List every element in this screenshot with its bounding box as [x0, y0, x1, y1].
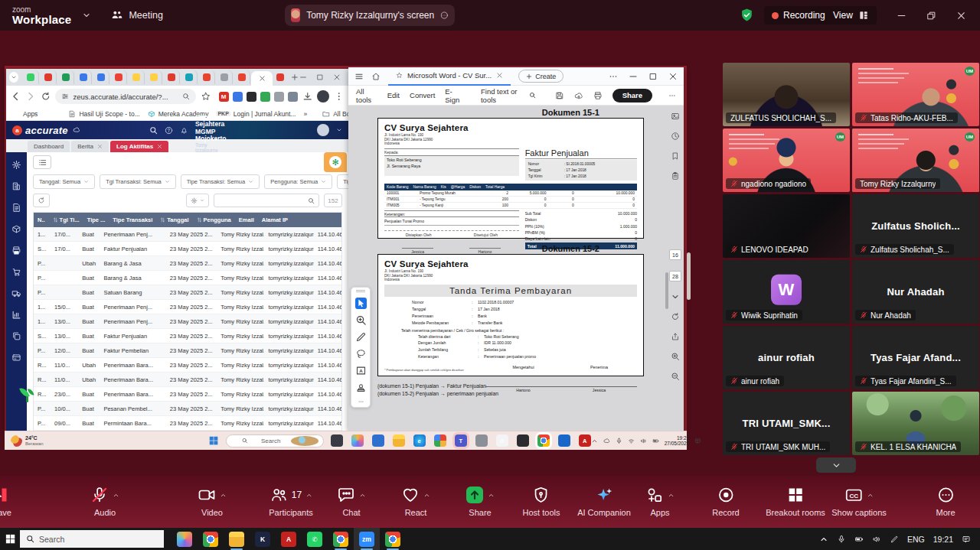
clock[interactable]: 19:21 27/05/2025 — [665, 435, 690, 446]
table-row[interactable]: P... BuatBarang & Jasa 23 May 2025 2...T… — [34, 271, 341, 285]
filter-dropdown[interactable]: Pengguna: Semua — [264, 174, 332, 189]
toolbar-button[interactable]: Video — [198, 485, 227, 517]
chevron-down-icon[interactable] — [671, 292, 680, 301]
notification-icon[interactable] — [694, 438, 701, 444]
taskbar-search[interactable]: Search — [20, 530, 164, 548]
menu-dots-icon[interactable] — [334, 91, 344, 102]
taskbar-app-icon[interactable] — [434, 434, 446, 447]
table-row[interactable]: S...17/0... BuatFaktur Penjualan 23 May … — [34, 242, 341, 256]
taskbar-app-icon[interactable]: zm — [354, 528, 380, 550]
bookmark-panel-icon[interactable] — [671, 151, 680, 161]
close-button[interactable] — [956, 11, 966, 21]
filter-dropdown[interactable]: Tgl Transaksi: Semua — [100, 174, 176, 189]
menu-convert[interactable]: Convert — [410, 91, 435, 99]
table-row[interactable]: R...23/0... BuatPenerimaan Bara... 23 Ma… — [34, 387, 341, 402]
participant-tile[interactable]: ngadiono ngadiono — [723, 129, 850, 192]
browser-tab[interactable] — [128, 70, 145, 84]
participant-tile[interactable]: TRI UTAMI_SMK... TRI UTAMI_SMK MUH... — [723, 392, 850, 455]
profile-avatar[interactable] — [317, 90, 328, 103]
caret-up-icon[interactable] — [488, 492, 495, 499]
column-header[interactable]: Tipe ... — [83, 216, 109, 223]
select-tool-icon[interactable] — [355, 298, 367, 309]
column-header[interactable]: Alamat IP — [258, 216, 292, 223]
table-row[interactable]: P...12/0... BuatFaktur Pembelian 23 May … — [34, 343, 341, 358]
browser-tab[interactable] — [216, 70, 233, 84]
toolbar-button[interactable]: Host tools — [523, 485, 560, 517]
taskbar-app-icon[interactable] — [198, 528, 224, 550]
taskbar-app-icon[interactable]: A — [579, 434, 591, 447]
home-icon[interactable] — [371, 72, 381, 81]
sidebar-module-icon[interactable] — [11, 181, 21, 191]
clipboard-panel-icon[interactable] — [671, 171, 680, 181]
browser-tab[interactable] — [273, 70, 287, 84]
extension-icon[interactable]: M — [219, 92, 229, 102]
accurate-tab[interactable]: Dashboard — [28, 141, 70, 152]
filter-dropdown[interactable]: Tipe Transaksi: Semua — [181, 174, 260, 189]
history-icon[interactable] — [671, 132, 680, 141]
taskbar-app-icon[interactable] — [380, 528, 406, 550]
minimize-button[interactable] — [299, 73, 307, 81]
start-button[interactable] — [208, 435, 219, 446]
extension-icon[interactable] — [233, 92, 243, 102]
stamp-tool-icon[interactable] — [355, 382, 367, 393]
table-row[interactable]: R...11/0... UbahPenerimaan Bara... 23 Ma… — [34, 358, 341, 373]
taskbar-app-icon[interactable]: T — [455, 434, 467, 447]
column-header[interactable]: Tgl Ti... — [49, 216, 83, 223]
browser-tab[interactable] — [234, 70, 250, 84]
toolbar-button[interactable]: Leave — [0, 485, 11, 517]
sidebar-module-icon[interactable] — [11, 310, 21, 320]
accurate-tab[interactable]: Log Aktifitas — [110, 141, 168, 152]
column-header[interactable]: Tanggal — [156, 216, 192, 223]
site-settings-icon[interactable] — [61, 93, 69, 100]
caret-up-icon[interactable] — [867, 492, 874, 499]
caret-up-icon[interactable] — [305, 492, 312, 499]
sidebar-module-icon[interactable] — [11, 288, 21, 298]
browser-tab[interactable] — [110, 70, 127, 84]
tab-meeting[interactable]: Meeting — [111, 9, 162, 21]
new-tab-button[interactable] — [291, 73, 299, 82]
tab-search-icon[interactable] — [9, 72, 18, 83]
toolbar-button[interactable]: React — [401, 485, 430, 517]
zoom-tool-icon[interactable] — [355, 314, 367, 326]
caret-up-icon[interactable] — [220, 492, 227, 499]
chevron-down-icon[interactable] — [336, 127, 342, 133]
speaker-icon[interactable] — [640, 438, 647, 444]
table-row[interactable]: 1...13/0... BuatPenerimaan Penj... 23 Ma… — [34, 314, 341, 329]
taskbar-app-icon[interactable]: ✆ — [302, 528, 328, 550]
sidebar-module-icon[interactable] — [11, 331, 21, 341]
filter-dropdown[interactable]: Tanggal: Semua — [33, 174, 95, 189]
participant-tile[interactable]: Nur Ahadah Nur Ahadah — [852, 260, 979, 324]
browser-tab[interactable] — [22, 70, 39, 84]
toolbar-button[interactable]: Share — [466, 485, 495, 517]
table-settings-button[interactable] — [186, 194, 209, 207]
taskbar-app-icon[interactable] — [393, 434, 405, 447]
maximize-button[interactable] — [926, 11, 936, 21]
taskbar-app-icon[interactable] — [558, 434, 570, 447]
view-button[interactable]: View — [825, 6, 877, 24]
browser-tab[interactable] — [75, 70, 92, 84]
participant-tile[interactable]: ainur rofiah ainur rofiah — [723, 326, 850, 389]
search-icon[interactable] — [149, 126, 158, 135]
taskbar-app-icon[interactable] — [372, 434, 384, 447]
cloud-upload-icon[interactable] — [574, 91, 583, 100]
more-options-icon[interactable] — [609, 72, 618, 81]
sidebar-module-icon[interactable] — [11, 246, 21, 255]
find-tools-button[interactable]: Find text or tools — [481, 87, 536, 104]
more-tools-icon[interactable] — [668, 91, 676, 100]
start-button[interactable] — [0, 528, 20, 550]
column-header[interactable]: Pengguna — [193, 216, 235, 223]
language-indicator[interactable]: ENG — [907, 535, 925, 544]
extension-icon[interactable] — [288, 92, 298, 102]
close-tab-icon[interactable] — [496, 72, 503, 79]
taskbar-app-icon[interactable] — [331, 434, 343, 447]
taskbar-app-icon[interactable] — [328, 528, 354, 550]
toolbar-button[interactable]: Record — [712, 485, 739, 517]
caret-up-icon[interactable] — [113, 492, 119, 499]
taskbar-app-icon[interactable]: // — [496, 434, 508, 447]
close-button[interactable] — [333, 73, 341, 81]
taskbar-app-icon[interactable]: K — [250, 528, 276, 550]
close-tab-icon[interactable] — [259, 75, 266, 82]
taskbar-app-icon[interactable] — [224, 528, 250, 550]
maximize-button[interactable] — [316, 73, 324, 81]
toolbar-button[interactable]: Audio — [90, 485, 119, 517]
